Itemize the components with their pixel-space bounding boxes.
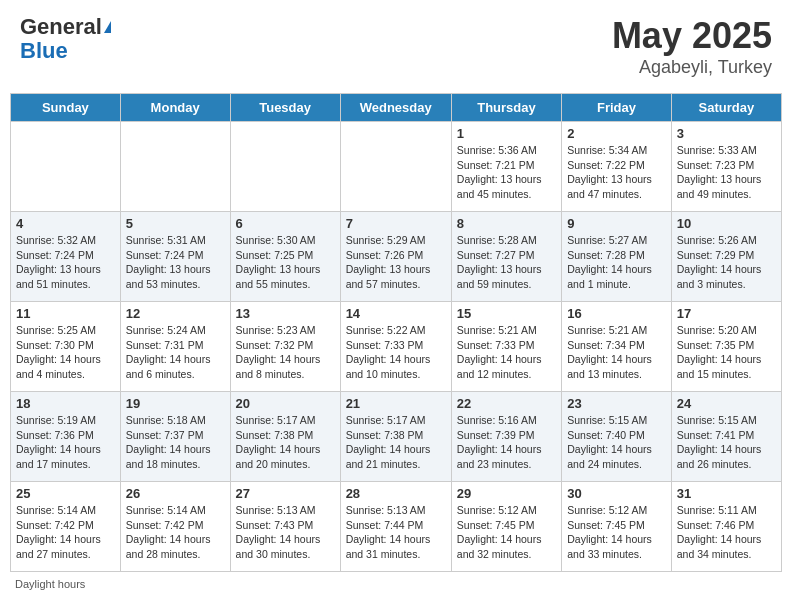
calendar-day-cell: 4Sunrise: 5:32 AMSunset: 7:24 PMDaylight…	[11, 212, 121, 302]
day-info: Sunrise: 5:27 AMSunset: 7:28 PMDaylight:…	[567, 233, 666, 292]
day-number: 4	[16, 216, 115, 231]
calendar-day-cell: 6Sunrise: 5:30 AMSunset: 7:25 PMDaylight…	[230, 212, 340, 302]
calendar-day-cell: 26Sunrise: 5:14 AMSunset: 7:42 PMDayligh…	[120, 482, 230, 572]
day-number: 29	[457, 486, 556, 501]
calendar-week-row: 4Sunrise: 5:32 AMSunset: 7:24 PMDaylight…	[11, 212, 782, 302]
day-number: 11	[16, 306, 115, 321]
day-info: Sunrise: 5:28 AMSunset: 7:27 PMDaylight:…	[457, 233, 556, 292]
calendar-day-cell: 3Sunrise: 5:33 AMSunset: 7:23 PMDaylight…	[671, 122, 781, 212]
calendar-day-cell: 18Sunrise: 5:19 AMSunset: 7:36 PMDayligh…	[11, 392, 121, 482]
day-info: Sunrise: 5:12 AMSunset: 7:45 PMDaylight:…	[567, 503, 666, 562]
day-number: 14	[346, 306, 446, 321]
day-number: 5	[126, 216, 225, 231]
logo-triangle-icon	[104, 21, 111, 33]
day-info: Sunrise: 5:19 AMSunset: 7:36 PMDaylight:…	[16, 413, 115, 472]
calendar-day-cell	[11, 122, 121, 212]
day-number: 31	[677, 486, 776, 501]
day-number: 26	[126, 486, 225, 501]
calendar-day-cell: 24Sunrise: 5:15 AMSunset: 7:41 PMDayligh…	[671, 392, 781, 482]
calendar-day-cell: 20Sunrise: 5:17 AMSunset: 7:38 PMDayligh…	[230, 392, 340, 482]
calendar-day-cell	[120, 122, 230, 212]
month-title: May 2025	[612, 15, 772, 57]
day-info: Sunrise: 5:17 AMSunset: 7:38 PMDaylight:…	[236, 413, 335, 472]
day-info: Sunrise: 5:36 AMSunset: 7:21 PMDaylight:…	[457, 143, 556, 202]
calendar-day-cell: 12Sunrise: 5:24 AMSunset: 7:31 PMDayligh…	[120, 302, 230, 392]
calendar-week-row: 11Sunrise: 5:25 AMSunset: 7:30 PMDayligh…	[11, 302, 782, 392]
day-number: 24	[677, 396, 776, 411]
day-number: 7	[346, 216, 446, 231]
calendar-day-cell: 1Sunrise: 5:36 AMSunset: 7:21 PMDaylight…	[451, 122, 561, 212]
calendar-day-cell: 8Sunrise: 5:28 AMSunset: 7:27 PMDaylight…	[451, 212, 561, 302]
day-number: 19	[126, 396, 225, 411]
day-number: 20	[236, 396, 335, 411]
day-info: Sunrise: 5:22 AMSunset: 7:33 PMDaylight:…	[346, 323, 446, 382]
title-area: May 2025 Agabeyli, Turkey	[612, 15, 772, 78]
day-info: Sunrise: 5:17 AMSunset: 7:38 PMDaylight:…	[346, 413, 446, 472]
calendar-day-header: Monday	[120, 94, 230, 122]
day-number: 21	[346, 396, 446, 411]
day-info: Sunrise: 5:33 AMSunset: 7:23 PMDaylight:…	[677, 143, 776, 202]
day-number: 23	[567, 396, 666, 411]
calendar-day-cell: 30Sunrise: 5:12 AMSunset: 7:45 PMDayligh…	[562, 482, 672, 572]
day-number: 17	[677, 306, 776, 321]
day-info: Sunrise: 5:11 AMSunset: 7:46 PMDaylight:…	[677, 503, 776, 562]
calendar-day-cell: 21Sunrise: 5:17 AMSunset: 7:38 PMDayligh…	[340, 392, 451, 482]
day-number: 13	[236, 306, 335, 321]
day-number: 16	[567, 306, 666, 321]
calendar-week-row: 25Sunrise: 5:14 AMSunset: 7:42 PMDayligh…	[11, 482, 782, 572]
day-info: Sunrise: 5:20 AMSunset: 7:35 PMDaylight:…	[677, 323, 776, 382]
day-info: Sunrise: 5:31 AMSunset: 7:24 PMDaylight:…	[126, 233, 225, 292]
calendar-week-row: 18Sunrise: 5:19 AMSunset: 7:36 PMDayligh…	[11, 392, 782, 482]
day-number: 3	[677, 126, 776, 141]
calendar-week-row: 1Sunrise: 5:36 AMSunset: 7:21 PMDaylight…	[11, 122, 782, 212]
calendar-day-cell: 17Sunrise: 5:20 AMSunset: 7:35 PMDayligh…	[671, 302, 781, 392]
day-number: 15	[457, 306, 556, 321]
calendar-day-header: Thursday	[451, 94, 561, 122]
day-number: 10	[677, 216, 776, 231]
day-number: 12	[126, 306, 225, 321]
calendar-day-header: Friday	[562, 94, 672, 122]
day-info: Sunrise: 5:30 AMSunset: 7:25 PMDaylight:…	[236, 233, 335, 292]
day-number: 22	[457, 396, 556, 411]
day-number: 1	[457, 126, 556, 141]
day-info: Sunrise: 5:15 AMSunset: 7:40 PMDaylight:…	[567, 413, 666, 472]
calendar-day-cell: 28Sunrise: 5:13 AMSunset: 7:44 PMDayligh…	[340, 482, 451, 572]
day-info: Sunrise: 5:15 AMSunset: 7:41 PMDaylight:…	[677, 413, 776, 472]
day-number: 6	[236, 216, 335, 231]
calendar-table: SundayMondayTuesdayWednesdayThursdayFrid…	[10, 93, 782, 572]
day-info: Sunrise: 5:21 AMSunset: 7:34 PMDaylight:…	[567, 323, 666, 382]
calendar-day-header: Sunday	[11, 94, 121, 122]
calendar-day-cell: 9Sunrise: 5:27 AMSunset: 7:28 PMDaylight…	[562, 212, 672, 302]
calendar-day-cell: 13Sunrise: 5:23 AMSunset: 7:32 PMDayligh…	[230, 302, 340, 392]
day-number: 30	[567, 486, 666, 501]
day-info: Sunrise: 5:29 AMSunset: 7:26 PMDaylight:…	[346, 233, 446, 292]
day-number: 28	[346, 486, 446, 501]
day-info: Sunrise: 5:18 AMSunset: 7:37 PMDaylight:…	[126, 413, 225, 472]
day-info: Sunrise: 5:23 AMSunset: 7:32 PMDaylight:…	[236, 323, 335, 382]
day-info: Sunrise: 5:13 AMSunset: 7:44 PMDaylight:…	[346, 503, 446, 562]
logo-blue-text: Blue	[20, 39, 68, 63]
footer-note: Daylight hours	[10, 578, 782, 590]
calendar-day-cell: 22Sunrise: 5:16 AMSunset: 7:39 PMDayligh…	[451, 392, 561, 482]
calendar-day-header: Saturday	[671, 94, 781, 122]
day-number: 2	[567, 126, 666, 141]
day-info: Sunrise: 5:21 AMSunset: 7:33 PMDaylight:…	[457, 323, 556, 382]
day-info: Sunrise: 5:25 AMSunset: 7:30 PMDaylight:…	[16, 323, 115, 382]
calendar-day-cell: 31Sunrise: 5:11 AMSunset: 7:46 PMDayligh…	[671, 482, 781, 572]
calendar-header-row: SundayMondayTuesdayWednesdayThursdayFrid…	[11, 94, 782, 122]
calendar-day-cell	[340, 122, 451, 212]
location-title: Agabeyli, Turkey	[612, 57, 772, 78]
header: General Blue May 2025 Agabeyli, Turkey	[10, 10, 782, 83]
calendar-day-cell: 7Sunrise: 5:29 AMSunset: 7:26 PMDaylight…	[340, 212, 451, 302]
calendar-day-cell: 14Sunrise: 5:22 AMSunset: 7:33 PMDayligh…	[340, 302, 451, 392]
day-info: Sunrise: 5:14 AMSunset: 7:42 PMDaylight:…	[126, 503, 225, 562]
calendar-day-cell: 19Sunrise: 5:18 AMSunset: 7:37 PMDayligh…	[120, 392, 230, 482]
calendar-day-header: Tuesday	[230, 94, 340, 122]
day-number: 25	[16, 486, 115, 501]
calendar-day-cell: 16Sunrise: 5:21 AMSunset: 7:34 PMDayligh…	[562, 302, 672, 392]
calendar-day-cell: 11Sunrise: 5:25 AMSunset: 7:30 PMDayligh…	[11, 302, 121, 392]
day-info: Sunrise: 5:24 AMSunset: 7:31 PMDaylight:…	[126, 323, 225, 382]
calendar-day-cell: 2Sunrise: 5:34 AMSunset: 7:22 PMDaylight…	[562, 122, 672, 212]
calendar-day-cell: 25Sunrise: 5:14 AMSunset: 7:42 PMDayligh…	[11, 482, 121, 572]
calendar-day-cell: 29Sunrise: 5:12 AMSunset: 7:45 PMDayligh…	[451, 482, 561, 572]
